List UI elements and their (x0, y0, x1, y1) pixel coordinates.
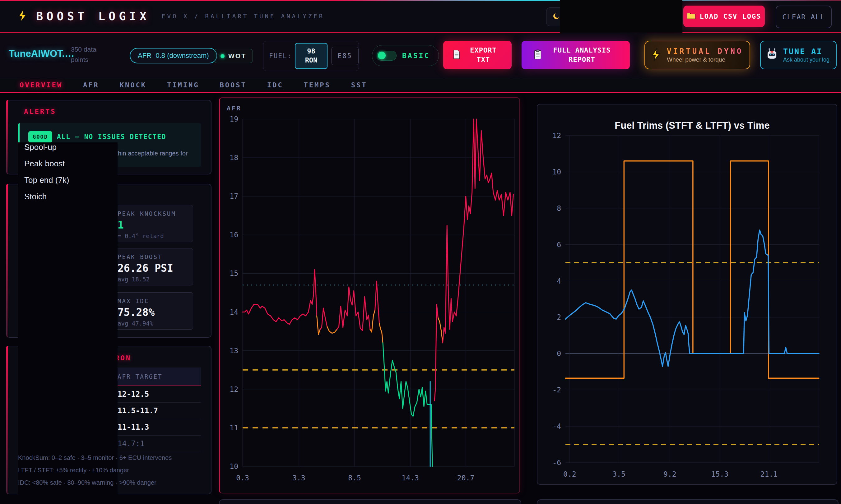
svg-text:3.3: 3.3 (292, 474, 305, 482)
stat-value: 1 (118, 219, 124, 231)
lightning-bolt-icon (651, 48, 662, 62)
wot-targets-panel: WOT TARGETS — 98 RON STAGE AFR TARGET Sp… (6, 346, 212, 494)
svg-text:8.5: 8.5 (348, 474, 361, 482)
clear-all-label: CLEAR ALL (782, 13, 825, 21)
svg-text:11: 11 (230, 424, 238, 432)
svg-text:10: 10 (230, 462, 238, 470)
tab-knock[interactable]: KNOCK (120, 81, 146, 89)
tab-idc[interactable]: IDC (267, 81, 283, 89)
alerts-heading: ALERTS (24, 108, 56, 115)
fuel-98ron-label: 98 RON (301, 47, 321, 65)
target-cell: 12-12.5 (118, 390, 149, 399)
svg-text:8: 8 (557, 204, 561, 212)
full-analysis-report-button[interactable]: FULL ANALYSIS REPORT (522, 41, 630, 69)
logo: BOOST LOGIX EVO X / RALLIART TUNE ANALYZ… (17, 0, 324, 32)
crescent-moon-icon (552, 12, 560, 21)
note-idc: IDC: <80% safe · 80–90% warning · >90% d… (18, 476, 172, 489)
stat-sub: avg 47.94% (118, 320, 153, 327)
tab-bar: OVERVIEW AFR KNOCK TIMING BOOST IDC TEMP… (0, 78, 841, 93)
clipboard-icon (534, 50, 542, 61)
fuel-selector-group: FUEL: 98 RON E85 (263, 41, 359, 71)
target-cell: 14.7:1 (118, 439, 145, 448)
tab-sst[interactable]: SST (351, 81, 367, 89)
tune-ai-button[interactable]: TUNE AI Ask about your log (760, 41, 837, 69)
tune-ai-label: TUNE AI (783, 47, 833, 56)
tab-afr[interactable]: AFR (83, 81, 99, 89)
afr-offset-label: AFR -0.8 (downstream) (138, 52, 209, 60)
tab-boost[interactable]: BOOST (219, 81, 246, 89)
export-txt-button[interactable]: EXPORT TXT (443, 41, 512, 69)
wot-filter-chip[interactable]: WOT (214, 49, 253, 63)
svg-text:19: 19 (230, 115, 238, 123)
svg-text:0: 0 (557, 349, 561, 358)
lightning-bolt-icon (17, 9, 28, 24)
stat-card-peak-boost: PEAK BOOST 26.26 PSI avg 18.52 (110, 248, 193, 285)
panel-accent-bar (6, 346, 8, 494)
svg-text:12: 12 (230, 385, 238, 393)
stat-value: 75.28% (118, 306, 155, 318)
clear-all-button[interactable]: CLEAR ALL (776, 5, 832, 28)
svg-text:AFR: AFR (227, 105, 241, 112)
tab-timing[interactable]: TIMING (167, 81, 199, 89)
svg-text:14: 14 (230, 308, 238, 316)
virtual-dyno-label: VIRTUAL DYNO (667, 47, 743, 56)
robot-icon (765, 47, 779, 63)
loaded-log-filename: TuneAIWOT.… (9, 48, 74, 59)
afr-chart: 191817161514131211100.33.38.514.320.7AFR (220, 98, 519, 492)
data-points-count: 350 data points (71, 44, 108, 65)
fuel-98ron-button[interactable]: 98 RON (295, 43, 327, 69)
table-row: Stoich 14.7:1 (18, 436, 201, 452)
controls-bar: TuneAIWOT.… 350 data points AFR -0.8 (do… (0, 33, 841, 78)
stat-sub: = 0.4° retard (118, 233, 164, 239)
stat-label: MAX IDC (118, 298, 149, 304)
stat-card-max-idc: MAX IDC 75.28% avg 47.94% (110, 292, 193, 329)
tab-overview[interactable]: OVERVIEW (20, 81, 62, 89)
svg-text:6: 6 (557, 241, 561, 249)
alert-title: ALL — NO ISSUES DETECTED (57, 133, 166, 141)
afr-offset-chip[interactable]: AFR -0.8 (downstream) (130, 48, 217, 64)
tab-temps[interactable]: TEMPS (304, 81, 330, 89)
wot-filter-label: WOT (228, 52, 246, 60)
next-panel-stub (537, 499, 839, 504)
target-cell: 11.5-11.7 (118, 407, 158, 415)
svg-text:9.2: 9.2 (663, 470, 677, 478)
app-window: BOOST LOGIX EVO X / RALLIART TUNE ANALYZ… (0, 0, 841, 504)
svg-text:2: 2 (557, 313, 561, 321)
virtual-dyno-button[interactable]: VIRTUAL DYNO Wheel power & torque (644, 41, 750, 69)
afr-chart-panel: 191817161514131211100.33.38.514.320.7AFR (219, 97, 520, 493)
open-dropdown-overlay (560, 0, 682, 33)
wot-targets-table: STAGE AFR TARGET Spool-up 12-12.5 Peak b… (18, 367, 201, 452)
fuel-trims-chart: 121086420-2-4-60.23.59.215.321.1Fuel Tri… (537, 105, 836, 484)
document-icon (453, 50, 460, 60)
header: BOOST LOGIX EVO X / RALLIART TUNE ANALYZ… (0, 0, 841, 33)
fuel-label: FUEL: (269, 52, 292, 60)
svg-text:15.3: 15.3 (711, 470, 729, 478)
panel-accent-bar (6, 184, 8, 338)
export-txt-label: EXPORT TXT (465, 46, 502, 64)
panel-accent-bar (6, 100, 8, 175)
next-panel-stub (219, 499, 521, 504)
svg-text:0.2: 0.2 (563, 470, 576, 478)
svg-text:16: 16 (230, 231, 238, 239)
fuel-e85-label: E85 (338, 52, 352, 60)
svg-text:Fuel Trims (STFT & LTFT) vs Ti: Fuel Trims (STFT & LTFT) vs Time (614, 120, 769, 131)
full-analysis-report-label: FULL ANALYSIS REPORT (546, 46, 618, 64)
svg-text:21.1: 21.1 (761, 470, 777, 478)
toggle-knob (378, 52, 386, 59)
svg-text:10: 10 (552, 168, 561, 176)
load-csv-logs-button[interactable]: LOAD CSV LOGS (683, 5, 765, 27)
fuel-trims-chart-panel: 121086420-2-4-60.23.59.215.321.1Fuel Tri… (537, 104, 837, 485)
svg-text:14.3: 14.3 (402, 474, 419, 482)
stat-sub: avg 18.52 (118, 276, 149, 283)
basic-mode-toggle[interactable]: BASIC (372, 45, 439, 66)
svg-text:3.5: 3.5 (612, 470, 625, 478)
note-fuel-trims: LTFT / STFT: ±5% rectify · ±10% danger (18, 464, 172, 476)
svg-text:-6: -6 (552, 458, 561, 467)
basic-mode-label: BASIC (402, 52, 430, 60)
svg-text:20.7: 20.7 (457, 474, 474, 482)
svg-text:12: 12 (552, 131, 561, 140)
svg-text:17: 17 (230, 192, 238, 200)
toggle-track[interactable] (377, 51, 396, 61)
fuel-e85-button[interactable]: E85 (331, 47, 359, 65)
stat-label: PEAK KNOCKSUM (118, 210, 176, 217)
